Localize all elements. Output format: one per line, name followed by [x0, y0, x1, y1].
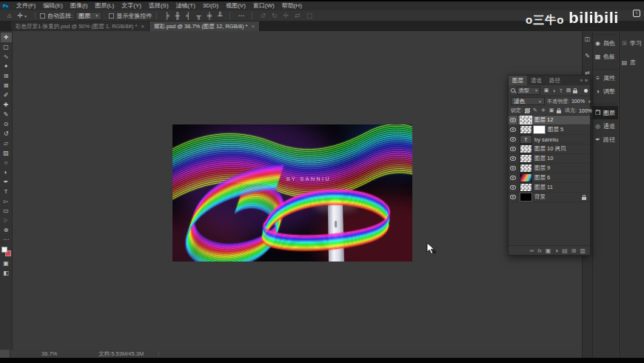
layer-row-5[interactable]: 图层 10 [509, 154, 590, 164]
visibility-toggle[interactable] [509, 164, 518, 173]
menu-item-5[interactable]: 文字(Y) [118, 1, 145, 10]
clone-stamp-tool[interactable]: ⊙ [1, 119, 12, 129]
visibility-toggle[interactable] [509, 144, 518, 153]
filter-type-layers-icon[interactable]: T [558, 88, 564, 93]
frame-tool[interactable]: ⊠ [1, 81, 12, 90]
menu-item-9[interactable]: 视图(V) [222, 1, 249, 10]
show-transform-checkbox[interactable] [109, 13, 114, 19]
visibility-toggle[interactable] [509, 183, 518, 192]
filter-type-dropdown[interactable]: 类型▼ [517, 87, 540, 95]
layer-thumbnail[interactable] [520, 193, 531, 201]
eyedropper-tool[interactable]: ✐ [1, 90, 12, 100]
layer-thumbnail[interactable] [520, 184, 531, 191]
adjustment-layer-icon[interactable]: ◑ [554, 246, 558, 256]
auto-select-checkbox[interactable] [40, 13, 45, 19]
quick-mask-icon[interactable]: ▣ [1, 259, 12, 268]
lasso-tool[interactable]: ∿ [1, 52, 12, 61]
visibility-toggle[interactable] [509, 116, 518, 124]
dock-panel-通道[interactable]: ◎通道 [593, 119, 618, 133]
marquee-tool[interactable]: ▢ [1, 42, 12, 52]
foreground-color-swatch[interactable] [1, 247, 7, 253]
align-bottom-icon[interactable]: ╨ [215, 10, 225, 21]
align-center-icon[interactable]: ╫ [172, 10, 183, 21]
layer-row-8[interactable]: 图层 11 [509, 183, 590, 193]
menu-item-4[interactable]: 图层(L) [91, 1, 118, 10]
filter-toggle-icon[interactable] [584, 89, 588, 93]
gradient-tool[interactable]: ▨ [1, 148, 12, 158]
menu-item-7[interactable]: 滤镜(T) [172, 1, 199, 10]
layers-panel-tab-通道[interactable]: 通道 [527, 76, 546, 85]
zoom-level-field[interactable]: 36.7% [41, 350, 57, 357]
menu-item-6[interactable]: 选择(S) [145, 1, 172, 10]
home-icon[interactable]: ⌂ [4, 10, 14, 21]
path-select-tool[interactable]: ▻ [1, 196, 12, 206]
status-expand-icon[interactable]: 〉 [157, 350, 162, 358]
dock-panel-路径[interactable]: ✒路径 [593, 133, 618, 146]
layer-thumbnail[interactable] [520, 174, 531, 182]
shape-tool[interactable]: ▭ [1, 206, 12, 216]
screen-mode-icon[interactable]: ◧ [1, 268, 12, 278]
visibility-toggle[interactable] [509, 154, 518, 163]
layer-thumbnail[interactable] [520, 126, 531, 133]
opacity-caret-icon[interactable]: ▼ [588, 99, 591, 104]
dock-panel-颜色[interactable]: ◉颜色 [593, 36, 618, 50]
brush-tool[interactable]: ✎ [1, 110, 12, 119]
far-panel-库[interactable]: ▤库 [620, 56, 644, 68]
dock-panel-调整[interactable]: ◑调整 [593, 84, 618, 98]
magic-wand-tool[interactable]: ✦ [1, 61, 12, 71]
3d-rotate-icon[interactable]: ↺ [257, 10, 269, 21]
3d-slide-icon[interactable]: ⇄ [292, 10, 303, 21]
layer-row-1[interactable]: 图层 12 [509, 116, 590, 125]
new-group-icon[interactable]: ▤ [562, 246, 568, 256]
photoshop-app-icon[interactable]: Ps [2, 3, 9, 10]
lock-all-icon[interactable] [557, 110, 561, 113]
tab-close-icon[interactable]: × [141, 23, 144, 30]
fill-value[interactable]: 100% [579, 108, 592, 113]
layers-panel-tab-图层[interactable]: 图层 [509, 76, 527, 85]
opacity-value[interactable]: 100% [571, 99, 585, 104]
layer-row-4[interactable]: 图层 10 拷贝 [509, 144, 590, 154]
history-brush-tool[interactable]: ↺ [1, 129, 12, 139]
filter-smart-objects-icon[interactable] [573, 90, 577, 93]
3d-roll-icon[interactable]: ↻ [269, 10, 281, 21]
document-artwork[interactable]: BY SANNIU [172, 124, 412, 262]
dodge-tool[interactable]: ◐ [1, 167, 12, 177]
blend-mode-dropdown[interactable]: 滤色▼ [511, 97, 545, 105]
move-tool[interactable]: ✛ [1, 33, 12, 42]
lock-artboard-icon[interactable]: ▣ [549, 107, 554, 113]
layer-row-7[interactable]: 图层 6 [509, 173, 590, 183]
lock-pixels-icon[interactable]: ✎ [532, 107, 538, 113]
visibility-toggle[interactable] [509, 193, 518, 202]
type-tool[interactable]: T [1, 187, 12, 196]
panel-collapse-icon[interactable]: » [580, 78, 583, 83]
crop-tool[interactable]: ⊞ [1, 71, 12, 81]
visibility-toggle[interactable] [509, 135, 518, 144]
align-middle-icon[interactable]: ╪ [204, 10, 215, 21]
layer-row-2[interactable]: 图层 5 [509, 125, 590, 135]
layer-thumbnail[interactable] [520, 116, 531, 124]
lock-position-icon[interactable]: ✛ [540, 107, 546, 113]
canvas-area[interactable]: BY SANNIU [13, 31, 582, 350]
menu-item-8[interactable]: 3D(D) [199, 1, 222, 10]
collapsed-panel-icon-1[interactable]: ◫ [585, 36, 591, 42]
lock-transparent-icon[interactable] [525, 108, 530, 113]
document-tab-1[interactable]: 彩色背景1-恢复的.psd @ 50% (图层 1, RGB/8#) *× [11, 21, 150, 31]
options-more-icon[interactable]: ⋯ [235, 10, 247, 21]
blur-tool[interactable]: ○ [1, 158, 12, 167]
align-top-icon[interactable]: ╥ [193, 10, 204, 21]
menu-item-2[interactable]: 编辑(E) [39, 1, 67, 10]
layer-thumbnail[interactable]: T [520, 136, 531, 143]
align-right-icon[interactable]: ╡ [183, 10, 193, 21]
hand-tool[interactable]: ☞ [1, 216, 12, 225]
filter-shape-layers-icon[interactable]: ▤ [566, 87, 571, 93]
3d-scale-icon[interactable]: ▢ [303, 10, 316, 21]
move-tool-preset-icon[interactable]: ✛▼ [14, 10, 30, 21]
layers-panel-tab-路径[interactable]: 路径 [546, 76, 564, 85]
menu-item-11[interactable]: 帮助(H) [278, 1, 306, 10]
visibility-toggle[interactable] [509, 173, 518, 182]
menu-item-10[interactable]: 窗口(W) [249, 1, 278, 10]
zoom-tool[interactable]: ⊕ [1, 225, 12, 235]
add-mask-icon[interactable]: ▣ [546, 246, 551, 256]
toolbar-more[interactable]: ⋯ [1, 235, 12, 244]
far-panel-学习[interactable]: ☉学习 [620, 37, 644, 49]
